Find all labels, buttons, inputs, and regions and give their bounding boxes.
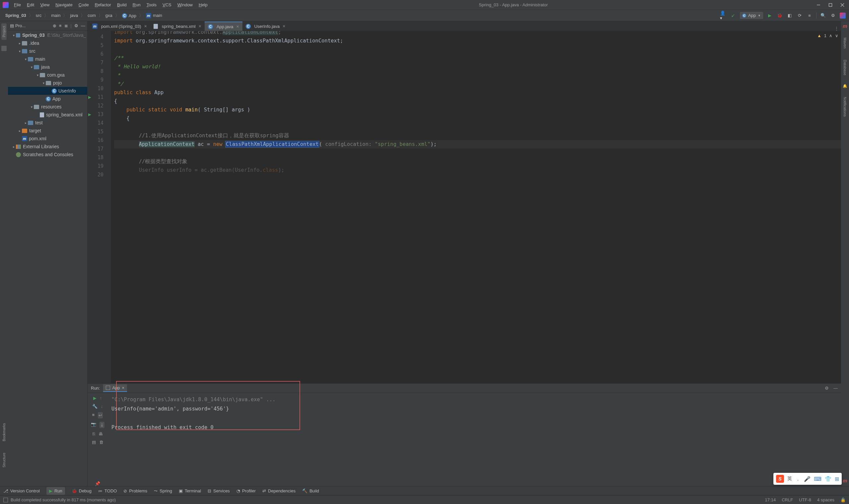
menu-file[interactable]: File — [11, 1, 23, 8]
breadcrumb-main[interactable]: main — [49, 12, 62, 19]
menu-run[interactable]: Run — [130, 1, 143, 8]
export-icon[interactable]: ⎘ — [92, 431, 95, 436]
jetbrains-icon[interactable] — [840, 13, 846, 19]
breadcrumb-gxa[interactable]: gxa — [104, 12, 114, 19]
stop-icon[interactable]: ■ — [92, 412, 95, 418]
code-line-7[interactable]: /** — [114, 54, 841, 62]
menu-navigate[interactable]: Navigate — [53, 1, 75, 8]
ime-punct[interactable]: ， — [795, 475, 800, 483]
menu-bar[interactable]: FileEditViewNavigateCodeRefactorBuildRun… — [11, 1, 210, 8]
print-icon[interactable]: 🖶 — [98, 431, 103, 436]
bell-icon[interactable]: 🔔 — [843, 84, 847, 88]
status-indent[interactable]: 4 spaces — [817, 497, 834, 502]
code-line-11[interactable]: public class App — [114, 88, 841, 97]
tree-node-spring_beans.xml[interactable]: spring_beans.xml — [8, 111, 87, 119]
code-line-15[interactable] — [114, 123, 841, 131]
collapse-all-icon[interactable]: ≣ — [64, 23, 68, 28]
tree-node-target[interactable]: ▸target — [8, 127, 87, 134]
menu-window[interactable]: Window — [175, 1, 195, 8]
breadcrumb-main[interactable]: mmain — [144, 12, 164, 19]
run-button[interactable]: ▶ — [766, 12, 773, 19]
coverage-button[interactable]: ◧ — [786, 12, 793, 19]
profile-button[interactable]: ⟳ — [796, 12, 803, 19]
code-line-6[interactable] — [114, 45, 841, 54]
next-problem-icon[interactable]: ∨ — [835, 33, 838, 38]
run-config-selector[interactable]: C App ▼ — [740, 12, 763, 19]
stop-button[interactable]: ■ — [806, 12, 813, 19]
console-line[interactable] — [111, 413, 837, 423]
tree-node-main[interactable]: ▾main — [8, 55, 87, 63]
tree-node-test[interactable]: ▸test — [8, 119, 87, 127]
add-user-icon[interactable]: 👤▾ — [720, 12, 727, 19]
code-line-19[interactable]: //根据类型查找对象 — [114, 157, 841, 166]
fold-column[interactable] — [106, 31, 111, 383]
ime-bar[interactable]: S 英 ， 🎤 ⌨ 👕 ⊞ — [773, 473, 842, 485]
expand-icon[interactable]: ▸ — [17, 129, 22, 133]
run-console[interactable]: "C:\Program Files\Java\jdk1.8.0_144\bin\… — [107, 393, 841, 486]
menu-vcs[interactable]: VCS — [160, 1, 174, 8]
expand-icon[interactable]: ▸ — [17, 41, 22, 45]
grid-icon[interactable]: ⊞ — [835, 476, 839, 482]
tree-node-com.gxa[interactable]: ▾com.gxa — [8, 71, 87, 79]
bottom-tab-profiler[interactable]: ◔Profiler — [236, 488, 256, 493]
tree-node-External Libraries[interactable]: ▸External Libraries — [8, 143, 87, 150]
search-icon[interactable]: 🔍 — [820, 12, 827, 19]
breadcrumb-Spring_03[interactable]: Spring_03 — [3, 12, 28, 19]
console-line[interactable]: UserInfo{name='admin', password='456'} — [111, 404, 837, 413]
console-line[interactable]: Process finished with exit code 0 — [111, 423, 837, 432]
code-area[interactable]: import org.springframework.context.Appli… — [111, 31, 841, 383]
run-gutter-icon[interactable]: ▶ — [88, 93, 91, 102]
expand-icon[interactable]: ▾ — [41, 81, 46, 85]
settings-icon[interactable]: ⚙ — [830, 12, 836, 19]
tree-node-pojo[interactable]: ▾pojo — [8, 79, 87, 87]
breadcrumb-src[interactable]: src — [34, 12, 43, 19]
console-line[interactable]: "C:\Program Files\Java\jdk1.8.0_144\bin\… — [111, 395, 837, 404]
rail-notifications[interactable]: Notifications — [842, 94, 848, 119]
bottom-tab-debug[interactable]: 🐞Debug — [72, 488, 92, 493]
menu-code[interactable]: Code — [76, 1, 92, 8]
keyboard-icon[interactable]: ⌨ — [814, 476, 821, 482]
menu-help[interactable]: Help — [196, 1, 210, 8]
tree-node-.idea[interactable]: ▸.idea — [8, 39, 87, 47]
close-icon[interactable]: × — [236, 24, 239, 29]
expand-icon[interactable]: ▾ — [17, 49, 22, 53]
hide-panel-icon[interactable]: — — [81, 23, 85, 28]
menu-refactor[interactable]: Refactor — [92, 1, 114, 8]
minimize-button[interactable] — [816, 3, 820, 7]
editor-gutter[interactable]: 4567891011▶1213▶14151617181920 — [88, 31, 106, 383]
snapshot-icon[interactable]: 📷 — [91, 422, 96, 428]
maximize-button[interactable] — [828, 3, 832, 7]
scroll-end-icon[interactable]: ⤓ — [100, 422, 105, 428]
editor-tab-pom.xml (Spring_03)[interactable]: mpom.xml (Spring_03)× — [89, 21, 150, 31]
readonly-icon[interactable]: 🔒 — [841, 497, 846, 502]
code-line-9[interactable]: * — [114, 71, 841, 79]
bottom-tab-dependencies[interactable]: ⇄Dependencies — [262, 488, 295, 493]
expand-icon[interactable]: ▸ — [23, 121, 28, 125]
trash-icon[interactable]: 🗑 — [99, 440, 104, 445]
editor-tabs-menu-icon[interactable]: ⋮ — [834, 26, 838, 31]
editor-tab-App.java[interactable]: CApp.java× — [205, 21, 242, 31]
down-icon[interactable]: ↓ — [101, 404, 103, 409]
rail-database[interactable]: Database — [842, 57, 848, 78]
inspection-widget[interactable]: ▲ 1 ∧ ∨ — [817, 33, 838, 38]
commit-icon[interactable] — [1, 46, 7, 51]
code-line-8[interactable]: * Hello world! — [114, 62, 841, 71]
editor-tab-UserInfo.java[interactable]: CUserInfo.java× — [242, 21, 289, 31]
code-line-18[interactable] — [114, 148, 841, 157]
ime-lang[interactable]: 英 — [787, 476, 792, 482]
code-line-5[interactable]: import org.springframework.context.suppo… — [114, 36, 841, 45]
hide-run-icon[interactable]: — — [833, 385, 838, 391]
maven-icon-bottom[interactable]: m — [843, 478, 847, 483]
debug-button[interactable]: 🐞 — [776, 12, 783, 19]
project-tree[interactable]: ▾Spring_03 E:\Stu_Stort\Java_▸.idea▾src▾… — [8, 31, 87, 486]
menu-edit[interactable]: Edit — [24, 1, 37, 8]
code-line-13[interactable]: public static void main( String[] args ) — [114, 105, 841, 114]
breadcrumb-App[interactable]: CApp — [120, 12, 138, 19]
maven-icon[interactable]: m — [843, 23, 847, 29]
code-line-17[interactable]: ApplicationContext ac = new ClassPathXml… — [114, 140, 841, 148]
run-gutter-icon[interactable]: ▶ — [88, 110, 91, 119]
menu-tools[interactable]: Tools — [144, 1, 159, 8]
tree-node-pom.xml[interactable]: mpom.xml — [8, 134, 87, 143]
bottom-tab-version-control[interactable]: ⎇Version Control — [3, 488, 40, 493]
git-pull-icon[interactable]: ↙ — [730, 12, 737, 19]
